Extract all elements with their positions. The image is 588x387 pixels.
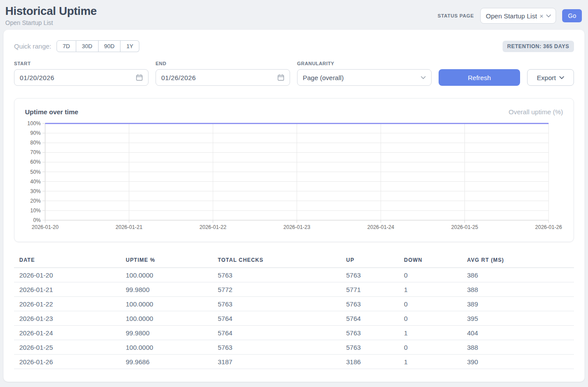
export-button[interactable]: Export: [527, 69, 574, 86]
quick-range-button-7d[interactable]: 7D: [57, 40, 76, 52]
uptime-table: DATEUPTIME %TOTAL CHECKSUPDOWNAVG RT (MS…: [14, 253, 574, 369]
column-header: AVG RT (MS): [462, 253, 574, 268]
table-cell: 5763: [341, 268, 399, 282]
table-cell: 99.9686: [120, 355, 213, 369]
column-header: TOTAL CHECKS: [213, 253, 341, 268]
table-cell: 390: [462, 355, 574, 369]
table-cell: 2026-01-25: [14, 340, 120, 355]
x-tick-label: 2026-01-25: [451, 224, 478, 230]
y-tick-label: 90%: [30, 130, 41, 136]
title-block: Historical Uptime Open Startup List: [5, 4, 97, 26]
chart-header: Uptime over time Overall uptime (%): [25, 108, 563, 116]
table-header-row: DATEUPTIME %TOTAL CHECKSUPDOWNAVG RT (MS…: [14, 253, 574, 268]
table-row: 2026-01-20100.0000576357630386: [14, 268, 574, 282]
top-bar: Historical Uptime Open Startup List STAT…: [0, 0, 588, 30]
uptime-line-chart: 0%10%20%30%40%50%60%70%80%90%100%2026-01…: [25, 120, 563, 230]
page-subtitle: Open Startup List: [5, 19, 97, 26]
start-label: START: [14, 61, 149, 66]
x-tick-label: 2026-01-21: [116, 224, 143, 230]
table-cell: 2026-01-22: [14, 297, 120, 311]
status-page-select[interactable]: Open Startup List ×: [480, 8, 556, 24]
status-page-controls: STATUS PAGE Open Startup List × Go: [438, 8, 582, 24]
y-tick-label: 100%: [27, 120, 41, 127]
quick-range-button-90d[interactable]: 90D: [99, 40, 121, 52]
table-row: 2026-01-2699.9686318731861390: [14, 355, 574, 369]
start-date-input[interactable]: 01/20/2026: [14, 69, 149, 86]
table-cell: 5763: [213, 340, 341, 355]
status-page-value: Open Startup List: [486, 12, 537, 20]
table-cell: 1: [399, 355, 462, 369]
granularity-field-group: GRANULARITY Page (overall): [297, 61, 432, 86]
table-cell: 0: [399, 268, 462, 282]
table-cell: 388: [462, 340, 574, 355]
table-row: 2026-01-2199.9800577257711388: [14, 282, 574, 297]
chart-legend: Overall uptime (%): [509, 108, 563, 116]
x-tick-label: 2026-01-24: [367, 224, 394, 230]
table-cell: 3186: [341, 355, 399, 369]
table-cell: 2026-01-23: [14, 311, 120, 326]
y-tick-label: 30%: [30, 188, 41, 194]
table-cell: 395: [462, 311, 574, 326]
table-cell: 0: [399, 311, 462, 326]
end-date-value: 01/26/2026: [161, 74, 196, 81]
y-tick-label: 50%: [30, 169, 41, 175]
table-cell: 5771: [341, 282, 399, 297]
status-page-label: STATUS PAGE: [438, 13, 474, 18]
y-tick-label: 0%: [33, 217, 41, 223]
column-header: DOWN: [399, 253, 462, 268]
quick-range-button-1y[interactable]: 1Y: [120, 40, 139, 52]
table-cell: 100.0000: [120, 340, 213, 355]
granularity-select[interactable]: Page (overall): [297, 69, 432, 86]
x-tick-label: 2026-01-22: [199, 224, 227, 230]
table-cell: 2026-01-26: [14, 355, 120, 369]
table-cell: 5763: [213, 297, 341, 311]
y-tick-label: 70%: [30, 149, 41, 155]
table-cell: 2026-01-24: [14, 326, 120, 340]
quick-range-group: 7D30D90D1Y: [57, 40, 139, 52]
table-cell: 100.0000: [120, 311, 213, 326]
refresh-button[interactable]: Refresh: [439, 69, 520, 86]
table-cell: 386: [462, 268, 574, 282]
retention-badge: RETENTION: 365 DAYS: [503, 41, 574, 52]
main-card: Quick range: 7D30D90D1Y RETENTION: 365 D…: [4, 30, 584, 382]
table-cell: 5764: [213, 311, 341, 326]
y-tick-label: 20%: [30, 198, 41, 204]
table-cell: 5763: [213, 268, 341, 282]
chevron-down-icon: [546, 14, 551, 18]
chevron-down-icon: [421, 76, 426, 79]
quick-range-button-30d[interactable]: 30D: [76, 40, 99, 52]
x-tick-label: 2026-01-26: [535, 224, 562, 230]
start-date-value: 01/20/2026: [20, 74, 54, 81]
end-label: END: [156, 61, 290, 66]
quick-range-label: Quick range:: [14, 42, 51, 50]
start-date-field-group: START 01/20/2026: [14, 61, 149, 86]
y-tick-label: 60%: [30, 159, 41, 165]
table-cell: 3187: [213, 355, 341, 369]
calendar-icon[interactable]: [277, 74, 284, 81]
end-date-input[interactable]: 01/26/2026: [156, 69, 290, 86]
table-cell: 1: [399, 282, 462, 297]
table-cell: 5764: [213, 326, 341, 340]
granularity-label: GRANULARITY: [297, 61, 432, 66]
table-row: 2026-01-25100.0000576357630388: [14, 340, 574, 355]
granularity-value: Page (overall): [303, 74, 344, 81]
column-header: DATE: [14, 253, 120, 268]
go-button[interactable]: Go: [562, 9, 582, 22]
table-cell: 388: [462, 282, 574, 297]
table-cell: 5772: [213, 282, 341, 297]
table-cell: 5763: [341, 340, 399, 355]
table-row: 2026-01-22100.0000576357630389: [14, 297, 574, 311]
calendar-icon[interactable]: [136, 74, 143, 81]
table-cell: 0: [399, 297, 462, 311]
table-cell: 5763: [341, 326, 399, 340]
y-tick-label: 10%: [30, 208, 41, 214]
quick-range-row: Quick range: 7D30D90D1Y RETENTION: 365 D…: [14, 40, 574, 52]
table-cell: 1: [399, 326, 462, 340]
page-title: Historical Uptime: [5, 4, 97, 18]
export-label: Export: [537, 74, 556, 81]
chevron-down-icon: [559, 76, 564, 79]
table-cell: 99.9800: [120, 282, 213, 297]
clear-icon[interactable]: ×: [540, 12, 544, 20]
end-date-field-group: END 01/26/2026: [156, 61, 290, 86]
y-tick-label: 80%: [30, 140, 41, 146]
